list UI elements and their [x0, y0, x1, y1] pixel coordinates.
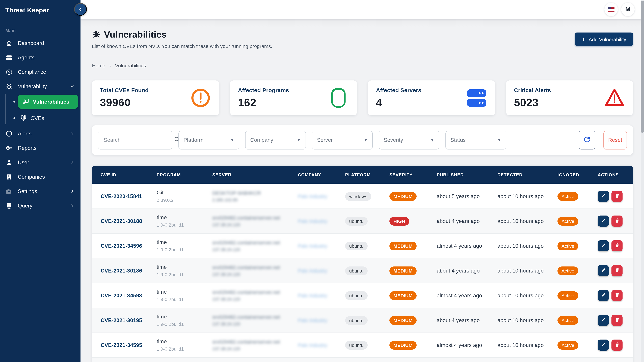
program-version: 1.9-0.2build1 — [157, 222, 212, 228]
user-icon — [5, 159, 13, 166]
table-body: CVE-2020-15841 Git 2.39.0.2 DESKTOP-9AB4… — [92, 184, 633, 362]
company-link-redacted[interactable]: Palo Industry — [298, 342, 327, 348]
sidebar-item-settings[interactable]: Settings — [0, 184, 80, 198]
severity-badge: MEDIUM — [390, 192, 416, 201]
filter-dropdown-platform[interactable]: Platform ▼ — [178, 131, 239, 149]
add-vulnerability-button[interactable]: + Add Vulnerability — [575, 32, 633, 46]
stat-label: Affected Programs — [238, 87, 289, 94]
sidebar-item-agents[interactable]: Agents — [0, 50, 80, 65]
user-avatar[interactable]: M — [621, 3, 634, 16]
delete-button[interactable] — [612, 216, 622, 227]
company-link-redacted[interactable]: Palo Industry — [298, 218, 327, 224]
app-logo: Threat Keeper — [0, 0, 80, 14]
company-link-redacted[interactable]: Palo Industry — [298, 317, 327, 323]
column-header: ACTIONS — [598, 172, 633, 177]
server-redacted: DESKTOP-9AB4KCR 2.285.102.85 — [212, 189, 298, 203]
delete-button[interactable] — [612, 315, 622, 326]
delete-button[interactable] — [612, 240, 622, 251]
stat-value: 5023 — [514, 96, 551, 109]
company-link-redacted[interactable]: Palo Industry — [298, 193, 327, 199]
dropdown-label: Status — [450, 137, 466, 143]
trash-icon — [614, 342, 620, 348]
stat-value: 4 — [376, 96, 421, 109]
refresh-button[interactable] — [578, 131, 595, 149]
severity-badge: MEDIUM — [390, 242, 416, 250]
sidebar-nav-top: Dashboard Agents Compliance Vulnerabilit… — [0, 36, 80, 93]
sidebar-item-cves[interactable]: CVEs — [0, 110, 80, 126]
table-row: CVE-2021-30186 time 1.9-0.2build1 srv029… — [92, 258, 633, 283]
cve-id-link[interactable]: CVE-2021-30188 — [100, 218, 142, 224]
sidebar-item-vulnerabilities[interactable]: Vulnerabilities — [0, 93, 80, 110]
chevron-down-icon: ▼ — [230, 138, 234, 142]
bug-icon — [5, 83, 13, 90]
edit-button[interactable] — [598, 290, 609, 301]
cve-id-link[interactable]: CVE-2021-34593 — [100, 293, 142, 298]
published-date: about 5 years ago — [437, 193, 498, 199]
chevron-down-icon: ▼ — [364, 138, 368, 142]
delete-button[interactable] — [612, 340, 622, 351]
filter-dropdown-status[interactable]: Status ▼ — [446, 131, 506, 149]
active-pill[interactable]: Vulnerabilities — [18, 95, 78, 109]
page-subtitle: List of known CVEs from NVD. You can mat… — [92, 43, 272, 49]
edit-button[interactable] — [598, 340, 609, 351]
sidebar-item-vulnerability[interactable]: Vulnerability — [0, 79, 80, 93]
server-redacted: srv029482.containerserver.net 137.38.24.… — [212, 338, 298, 352]
search-input[interactable] — [103, 137, 174, 143]
program-version: 1.9-0.2build1 — [157, 297, 212, 302]
column-header: SERVER — [212, 172, 298, 177]
server-redacted: srv029482.containerserver.net 137.38.24.… — [212, 239, 298, 253]
platform-chip: ubuntu — [345, 266, 368, 275]
database-icon — [5, 202, 13, 209]
delete-button[interactable] — [612, 290, 622, 301]
stat-label: Affected Servers — [376, 87, 421, 94]
filter-dropdown-server[interactable]: Server ▼ — [312, 131, 373, 149]
table-row: CVE-2021-30195 time 1.9-0.2build1 srv029… — [92, 308, 633, 333]
filter-dropdown-severity[interactable]: Severity ▼ — [379, 131, 440, 149]
detected-date: about 10 hours ago — [498, 193, 558, 199]
cve-id-link[interactable]: CVE-2021-34596 — [100, 243, 142, 249]
column-header: PROGRAM — [157, 172, 212, 177]
language-flag-button[interactable] — [604, 3, 618, 16]
cve-id-link[interactable]: CVE-2021-30186 — [100, 268, 142, 273]
dropdown-label: Severity — [384, 137, 403, 143]
sidebar-item-alerts[interactable]: Alerts — [0, 126, 80, 141]
sidebar-item-label: Vulnerability — [18, 83, 47, 89]
edit-button[interactable] — [598, 216, 609, 227]
bullet-icon — [14, 117, 15, 119]
company-link-redacted[interactable]: Palo Industry — [298, 243, 327, 249]
pencil-icon — [600, 292, 606, 299]
page-scrollbar[interactable] — [641, 0, 644, 362]
platform-chip: ubuntu — [345, 341, 368, 350]
scrollbar-thumb[interactable] — [641, 1, 644, 133]
company-link-redacted[interactable]: Palo Industry — [298, 293, 327, 298]
published-date: almost 4 years ago — [437, 293, 498, 299]
sidebar-item-companies[interactable]: Companies — [0, 170, 80, 184]
filter-dropdown-company[interactable]: Company ▼ — [245, 131, 306, 149]
terminal-outline-icon — [328, 87, 349, 108]
sidebar-item-dashboard[interactable]: Dashboard — [0, 36, 80, 50]
sidebar-item-label: User — [18, 159, 29, 165]
breadcrumb-home-link[interactable]: Home — [92, 63, 105, 68]
sidebar-item-reports[interactable]: Reports — [0, 141, 80, 155]
cve-id-link[interactable]: CVE-2020-15841 — [100, 193, 142, 199]
trash-icon — [614, 292, 620, 299]
edit-button[interactable] — [598, 315, 609, 326]
column-header: CVE ID — [92, 172, 157, 177]
delete-button[interactable] — [612, 265, 622, 276]
sidebar-item-compliance[interactable]: Compliance — [0, 65, 80, 79]
sidebar-item-query[interactable]: Query — [0, 198, 80, 213]
cve-id-link[interactable]: CVE-2021-30195 — [100, 317, 142, 323]
edit-button[interactable] — [598, 240, 609, 251]
sidebar-item-user[interactable]: User — [0, 155, 80, 170]
pencil-icon — [600, 268, 606, 274]
edit-button[interactable] — [598, 265, 609, 276]
delete-button[interactable] — [612, 191, 622, 202]
plus-icon: + — [582, 36, 585, 42]
reset-button[interactable]: Reset — [604, 131, 627, 149]
published-date: almost 4 years ago — [437, 243, 498, 249]
pencil-icon — [600, 193, 606, 199]
cve-id-link[interactable]: CVE-2021-34595 — [100, 342, 142, 348]
edit-button[interactable] — [598, 191, 609, 202]
company-link-redacted[interactable]: Palo Industry — [298, 268, 327, 273]
sidebar-collapse-button[interactable] — [74, 3, 87, 16]
